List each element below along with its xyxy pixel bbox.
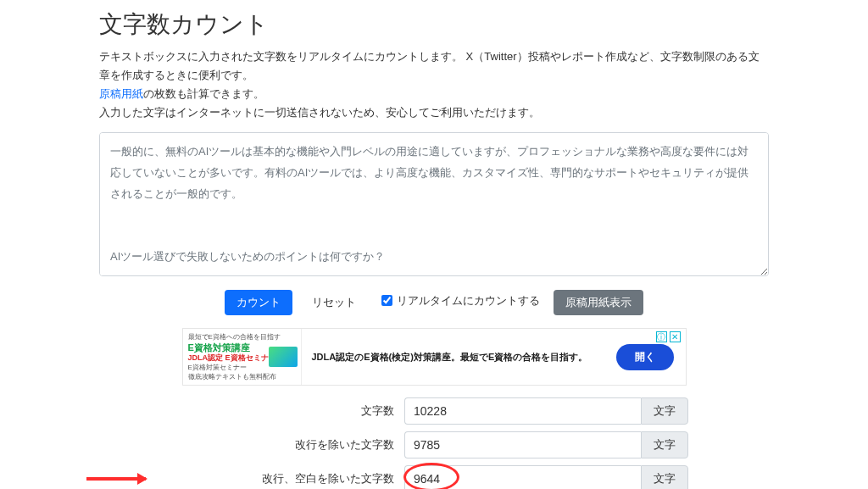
result-row-no-whitespace: 改行、空白を除いた文字数 文字 <box>180 465 688 489</box>
result-value-charcount[interactable] <box>404 397 641 425</box>
ad-close-icon[interactable]: ✕ <box>670 331 681 342</box>
advertisement-banner[interactable]: 最短でE資格への合格を目指す E資格対策講座 JDLA認定 E資格セミナー E資… <box>182 328 687 386</box>
ad-left-panel: 最短でE資格への合格を目指す E資格対策講座 JDLA認定 E資格セミナー E資… <box>183 329 302 385</box>
result-unit: 文字 <box>641 431 688 458</box>
realtime-label: リアルタイムにカウントする <box>397 293 540 308</box>
ad-thumbnail <box>269 347 298 367</box>
description-line-3: 入力した文字はインターネットに一切送信されないため、安心してご利用いただけます。 <box>99 106 540 119</box>
text-input[interactable] <box>99 132 769 276</box>
ad-cta-button[interactable]: 開く <box>616 344 674 370</box>
count-button[interactable]: カウント <box>225 290 292 315</box>
ad-tagline: 最短でE資格への合格を目指す <box>188 333 296 342</box>
result-label: 改行を除いた文字数 <box>180 437 404 453</box>
description-after-link: の枚数も計算できます。 <box>143 87 264 100</box>
result-unit: 文字 <box>641 465 688 489</box>
result-label: 文字数 <box>180 403 404 419</box>
result-value-no-whitespace[interactable] <box>404 465 641 489</box>
realtime-checkbox-wrap[interactable]: リアルタイムにカウントする <box>381 293 540 308</box>
manuscript-link[interactable]: 原稿用紙 <box>99 87 143 100</box>
annotation-arrow <box>86 477 146 481</box>
realtime-checkbox[interactable] <box>381 295 392 306</box>
result-row-charcount: 文字数 文字 <box>180 397 688 425</box>
ad-main-text: JDLA認定のE資格(検定)対策講座。最短でE資格の合格を目指す。 <box>302 351 616 364</box>
result-value-no-newline[interactable] <box>404 431 641 458</box>
result-label: 改行、空白を除いた文字数 <box>180 471 404 486</box>
ad-sub3: 徹底攻略テキストも無料配布 <box>188 373 296 381</box>
reset-button[interactable]: リセット <box>299 289 369 316</box>
result-row-no-newline: 改行を除いた文字数 文字 <box>180 431 688 458</box>
page-title: 文字数カウント <box>99 8 769 41</box>
ad-info-icon[interactable]: ⓘ <box>656 331 667 342</box>
manuscript-button[interactable]: 原稿用紙表示 <box>554 290 643 315</box>
results-panel: 文字数 文字 改行を除いた文字数 文字 改行、空白を除いた文字数 文字 バイト数… <box>180 397 688 489</box>
result-unit: 文字 <box>641 397 688 425</box>
description-line-1: テキストボックスに入力された文字数をリアルタイムにカウントします。 X（Twit… <box>99 50 760 81</box>
